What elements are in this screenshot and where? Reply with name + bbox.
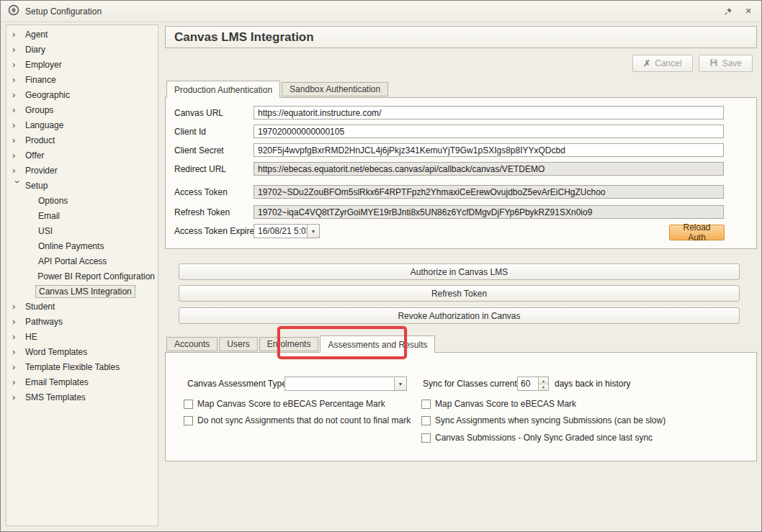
checkbox-row-do-not-sync-assignments[interactable]: Do not sync Assignments that do not coun…	[184, 415, 411, 425]
client-secret-input[interactable]	[254, 143, 724, 157]
sidebar-item-diary[interactable]: ›Diary	[6, 42, 158, 57]
tab-enrolments[interactable]: Enrolments	[259, 337, 319, 351]
sidebar-item-employer[interactable]: ›Employer	[6, 57, 158, 72]
assessment-type-combo[interactable]: ▾	[284, 377, 407, 391]
expand-arrow-icon[interactable]: ›	[12, 347, 22, 356]
sidebar-item-email[interactable]: Email	[6, 208, 158, 223]
spinner-up-icon[interactable]: ▴	[539, 377, 548, 384]
tab-assessments-and-results[interactable]: Assessments and Results	[320, 335, 435, 353]
sidebar-item-pathways[interactable]: ›Pathways	[6, 314, 158, 329]
expand-arrow-icon[interactable]: ›	[12, 362, 22, 371]
expand-arrow-icon[interactable]: ›	[12, 317, 22, 326]
checkbox-icon[interactable]	[421, 433, 431, 443]
sidebar-item-usi[interactable]: USI	[6, 223, 158, 238]
checkbox-row-only-sync-graded[interactable]: Canvas Submissions - Only Sync Graded si…	[421, 433, 653, 443]
sidebar-item-email-templates[interactable]: ›Email Templates	[6, 374, 158, 389]
access-token-input[interactable]	[254, 185, 724, 199]
canvas-url-label: Canvas URL	[174, 108, 223, 118]
cancel-button[interactable]: ✗ Cancel	[632, 55, 692, 72]
sidebar-item-label: Provider	[22, 165, 60, 176]
checkbox-label: Do not sync Assignments that do not coun…	[197, 415, 411, 425]
expand-arrow-icon[interactable]: ›	[12, 166, 22, 175]
sidebar-item-label: Employer	[22, 59, 65, 71]
save-button[interactable]: Save	[699, 55, 753, 72]
spinner-down-icon[interactable]: ▾	[539, 384, 548, 391]
expand-arrow-icon[interactable]: ›	[12, 332, 22, 341]
checkbox-icon[interactable]	[184, 400, 193, 409]
redirect-url-input[interactable]	[254, 162, 724, 176]
authentication-panel: Canvas URL Client Id Client Secret Redir…	[165, 97, 757, 249]
sidebar-item-label: Agent	[22, 29, 50, 40]
sidebar-item-label: Student	[22, 301, 58, 312]
checkbox-icon[interactable]	[421, 400, 431, 409]
sidebar-item-word-templates[interactable]: ›Word Templates	[6, 344, 158, 359]
tab-accounts[interactable]: Accounts	[166, 337, 218, 351]
expand-arrow-icon[interactable]: ›	[12, 392, 22, 402]
canvas-url-input[interactable]	[254, 106, 724, 120]
expand-arrow-icon[interactable]: ›	[12, 135, 22, 145]
sync-days-value: 60	[518, 377, 538, 390]
sidebar-item-agent[interactable]: ›Agent	[6, 27, 158, 42]
tab-sandbox-authentication[interactable]: Sandbox Authentication	[282, 82, 388, 96]
expand-arrow-icon[interactable]: ›	[12, 30, 22, 39]
sync-days-spinner[interactable]: 60 ▴ ▾	[517, 377, 549, 391]
cancel-button-label: Cancel	[655, 58, 681, 68]
chevron-down-icon[interactable]: ▾	[394, 377, 406, 390]
sidebar-item-label: HE	[22, 331, 40, 343]
tab-users[interactable]: Users	[219, 337, 257, 351]
expand-arrow-icon[interactable]: ›	[12, 60, 22, 69]
authorize-canvas-button[interactable]: Authorize in Canvas LMS	[179, 263, 740, 280]
sidebar-item-he[interactable]: ›HE	[6, 329, 158, 344]
checkbox-icon[interactable]	[184, 416, 193, 425]
expand-arrow-icon[interactable]: ›	[12, 120, 22, 130]
pin-icon[interactable]	[722, 6, 734, 17]
checkbox-icon[interactable]	[421, 416, 431, 425]
token-expires-combo[interactable]: 16/08/21 5:03:23 PM ▾	[254, 224, 320, 238]
expand-arrow-icon[interactable]: ›	[12, 45, 22, 54]
sidebar-item-finance[interactable]: ›Finance	[6, 72, 158, 87]
sidebar-item-api-portal-access[interactable]: API Portal Access	[6, 253, 158, 269]
sidebar-item-setup[interactable]: ›Setup	[6, 178, 158, 193]
sidebar-item-sms-templates[interactable]: ›SMS Templates	[6, 389, 158, 405]
tab-production-authentication[interactable]: Production Authentication	[166, 81, 280, 98]
sidebar-item-label: Finance	[22, 74, 59, 86]
client-id-input[interactable]	[254, 125, 724, 138]
sidebar-item-offer[interactable]: ›Offer	[6, 148, 158, 163]
sidebar-item-template-flexible-tables[interactable]: ›Template Flexible Tables	[6, 359, 158, 374]
sidebar-item-canvas-lms-integration[interactable]: Canvas LMS Integration	[6, 284, 158, 299]
save-button-label: Save	[722, 58, 742, 68]
expand-arrow-icon[interactable]: ›	[12, 150, 22, 160]
refresh-token-input[interactable]	[254, 205, 724, 219]
checkbox-row-map-ebecas-mark[interactable]: Map Canvas Score to eBECAS Mark	[421, 399, 576, 409]
expand-arrow-icon[interactable]: ›	[12, 302, 22, 311]
close-icon[interactable]: ✕	[743, 6, 754, 17]
sidebar-item-language[interactable]: ›Language	[6, 117, 158, 132]
expand-arrow-icon[interactable]: ›	[12, 105, 22, 114]
sidebar-item-geographic[interactable]: ›Geographic	[6, 87, 158, 102]
sidebar-item-groups[interactable]: ›Groups	[6, 102, 158, 117]
expand-arrow-icon[interactable]: ›	[12, 75, 22, 84]
sync-tabstrip: Accounts Users Enrolments Assessments an…	[166, 335, 436, 353]
expand-arrow-icon[interactable]: ›	[12, 377, 22, 387]
sidebar-item-label: Pathways	[22, 316, 66, 328]
sidebar-item-provider[interactable]: ›Provider	[6, 163, 158, 178]
sidebar-item-online-payments[interactable]: Online Payments	[6, 238, 158, 253]
sidebar-item-options[interactable]: Options	[6, 193, 158, 208]
revoke-authorization-button[interactable]: Revoke Authorization in Canvas	[179, 307, 740, 324]
sidebar-item-power-bi-report-configuration[interactable]: Power BI Report Configuration	[6, 269, 158, 284]
expand-arrow-icon[interactable]: ›	[12, 90, 22, 99]
page-header: Canvas LMS Integration	[165, 26, 757, 48]
assessments-panel: Canvas Assessment Type ▾ Sync for Classe…	[165, 352, 757, 461]
checkbox-row-sync-assignments-submissions[interactable]: Sync Assignments when syncing Submission…	[421, 415, 665, 425]
sidebar-item-label: Setup	[22, 180, 50, 191]
collapse-arrow-icon[interactable]: ›	[13, 181, 22, 191]
sidebar-item-student[interactable]: ›Student	[6, 299, 158, 314]
refresh-token-button[interactable]: Refresh Token	[179, 285, 740, 302]
checkbox-row-map-percentage-mark[interactable]: Map Canvas Score to eBECAS Percentage Ma…	[184, 399, 385, 409]
sidebar-item-label: API Portal Access	[35, 256, 109, 267]
reload-auth-button[interactable]: Reload Auth	[669, 225, 725, 240]
chevron-down-icon[interactable]: ▾	[307, 225, 319, 238]
sidebar-item-product[interactable]: ›Product	[6, 132, 158, 148]
sidebar-item-label: Online Payments	[35, 240, 107, 252]
page-title: Canvas LMS Integration	[174, 30, 314, 45]
